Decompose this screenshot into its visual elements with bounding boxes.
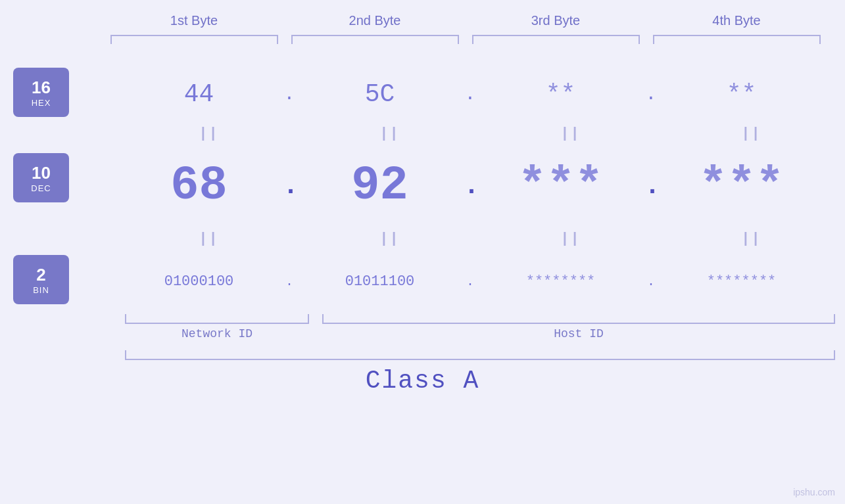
hex-dot1: .	[283, 84, 296, 104]
dec-label: DEC	[31, 183, 51, 193]
dec-badge: 10 DEC	[13, 153, 69, 202]
hex-badge: 16 HEX	[13, 68, 69, 117]
hex-dot2: .	[464, 84, 477, 104]
dec-dot3: .	[644, 172, 658, 201]
hex-byte2: 5C	[296, 80, 464, 108]
bin-byte1: 01000100	[115, 273, 283, 290]
hex-values: 44 . 5C . ** . **	[115, 80, 825, 108]
equals-row-2: || || || ||	[125, 225, 835, 252]
hex-byte3: **	[477, 80, 644, 108]
bin-badge: 2 BIN	[13, 255, 69, 304]
bin-dot3: .	[644, 274, 658, 289]
byte2-header: 2nd Byte	[285, 13, 466, 28]
eq2-b2: ||	[306, 231, 473, 247]
hex-number: 16	[32, 78, 51, 98]
bracket-byte3	[472, 35, 640, 48]
bin-dot1: .	[283, 274, 296, 289]
hex-label: HEX	[32, 98, 51, 108]
hex-byte4: **	[658, 80, 825, 108]
bin-number: 2	[36, 265, 45, 285]
network-id-label: Network ID	[125, 327, 309, 340]
eq2-b1: ||	[125, 231, 293, 247]
bracket-byte4	[653, 35, 821, 48]
bracket-byte1	[110, 35, 278, 48]
bin-dot2: .	[464, 274, 477, 289]
hex-byte1: 44	[115, 80, 283, 108]
dec-byte4: ***	[658, 159, 825, 213]
class-bracket	[125, 350, 835, 360]
byte4-header: 4th Byte	[646, 13, 827, 28]
dec-byte3: ***	[477, 159, 644, 213]
eq2-b3: ||	[487, 231, 654, 247]
dec-dot2: .	[464, 172, 477, 201]
dec-values: 68 . 92 . *** . ***	[115, 159, 825, 213]
hex-row: 16 HEX 44 . 5C . ** . **	[0, 68, 845, 120]
bin-byte2: 01011100	[296, 273, 464, 290]
bottom-brackets	[125, 314, 835, 324]
eq1-b2: ||	[306, 126, 473, 142]
class-label: Class A	[0, 367, 845, 395]
bin-row: 2 BIN 01000100 . 01011100 . ******** . *…	[0, 252, 845, 311]
host-id-label: Host ID	[322, 327, 835, 340]
bracket-byte2	[291, 35, 459, 48]
bin-label: BIN	[33, 285, 49, 295]
watermark: ipshu.com	[793, 487, 835, 497]
equals-row-1: || || || ||	[125, 120, 835, 147]
bin-byte4: ********	[658, 273, 825, 290]
eq1-b1: ||	[125, 126, 293, 142]
byte-headers-row: 1st Byte 2nd Byte 3rd Byte 4th Byte	[104, 13, 827, 28]
bin-byte3: ********	[477, 273, 644, 290]
dec-byte1: 68	[115, 159, 283, 213]
eq1-b3: ||	[487, 126, 654, 142]
byte1-header: 1st Byte	[104, 13, 285, 28]
main-container: 1st Byte 2nd Byte 3rd Byte 4th Byte 16 H…	[0, 0, 845, 504]
eq2-b4: ||	[667, 231, 835, 247]
id-labels: Network ID Host ID	[125, 327, 835, 340]
dec-number: 10	[32, 163, 51, 183]
dec-row: 10 DEC 68 . 92 . *** . ***	[0, 147, 845, 225]
network-bracket	[125, 314, 309, 324]
byte3-header: 3rd Byte	[466, 13, 646, 28]
top-brackets	[104, 35, 827, 48]
hex-dot3: .	[644, 84, 658, 104]
dec-dot1: .	[283, 172, 296, 201]
eq1-b4: ||	[667, 126, 835, 142]
bin-values: 01000100 . 01011100 . ******** . *******…	[115, 273, 825, 290]
host-bracket	[322, 314, 835, 324]
dec-byte2: 92	[296, 159, 464, 213]
